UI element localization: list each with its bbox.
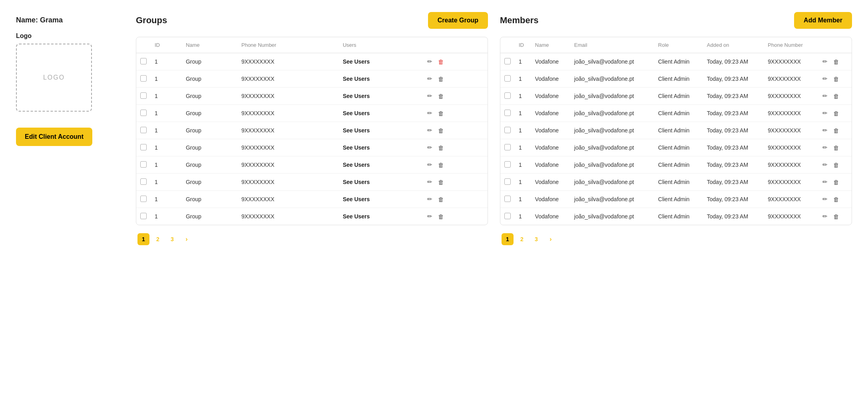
edit-member-button[interactable]: ✏ [821,143,829,152]
row-checkbox[interactable] [504,178,511,185]
see-users-button[interactable]: See Users [343,196,370,202]
edit-member-button[interactable]: ✏ [821,195,829,204]
edit-member-button[interactable]: ✏ [821,160,829,169]
row-checkbox[interactable] [140,196,147,202]
delete-member-button[interactable]: 🗑 [832,178,841,186]
row-users: See Users [339,88,422,105]
delete-row-button[interactable]: 🗑 [436,178,446,186]
delete-member-button[interactable]: 🗑 [832,212,841,221]
groups-page-1[interactable]: 1 [137,233,149,245]
members-page-next[interactable]: › [545,233,557,245]
edit-member-button[interactable]: ✏ [821,178,829,186]
edit-client-account-button[interactable]: Edit Client Account [16,128,92,146]
edit-row-button[interactable]: ✏ [426,178,434,186]
row-checkbox[interactable] [140,110,147,116]
delete-row-button[interactable]: 🗑 [436,212,446,221]
row-checkbox-cell [136,156,151,174]
page-layout: Name: Grama Logo LOGO Edit Client Accoun… [16,12,852,245]
delete-member-button[interactable]: 🗑 [832,144,841,152]
delete-row-button[interactable]: 🗑 [436,92,446,100]
delete-member-button[interactable]: 🗑 [832,195,841,204]
add-member-button[interactable]: Add Member [794,12,852,29]
row-checkbox[interactable] [504,110,511,116]
table-row: 1 Group 9XXXXXXXX See Users ✏ 🗑 [136,156,488,174]
see-users-button[interactable]: See Users [343,162,370,168]
members-table: ID Name Email Role Added on Phone Number… [500,37,852,225]
row-id: 1 [151,122,182,139]
edit-member-button[interactable]: ✏ [821,109,829,118]
edit-member-button[interactable]: ✏ [821,212,829,221]
groups-page-2[interactable]: 2 [152,233,164,245]
delete-row-button[interactable]: 🗑 [436,109,446,118]
see-users-button[interactable]: See Users [343,110,370,116]
see-users-button[interactable]: See Users [343,76,370,82]
row-checkbox[interactable] [504,75,511,82]
delete-member-button[interactable]: 🗑 [832,75,841,83]
actions-cell: ✏ 🗑 [426,57,484,66]
row-users: See Users [339,105,422,122]
row-name: Vodafone [531,191,570,208]
edit-member-button[interactable]: ✏ [821,92,829,100]
see-users-button[interactable]: See Users [343,179,370,185]
edit-member-button[interactable]: ✏ [821,57,829,66]
row-checkbox[interactable] [140,161,147,168]
edit-row-button[interactable]: ✏ [426,160,434,169]
edit-row-button[interactable]: ✏ [426,74,434,83]
members-page-2[interactable]: 2 [516,233,528,245]
row-checkbox[interactable] [140,213,147,219]
row-checkbox[interactable] [140,127,147,133]
see-users-button[interactable]: See Users [343,58,370,65]
delete-row-button[interactable]: 🗑 [436,144,446,152]
edit-row-button[interactable]: ✏ [426,212,434,221]
delete-row-button[interactable]: 🗑 [436,195,446,204]
edit-row-button[interactable]: ✏ [426,143,434,152]
delete-member-button[interactable]: 🗑 [832,126,841,135]
delete-row-button[interactable]: 🗑 [436,161,446,169]
edit-row-button[interactable]: ✏ [426,195,434,204]
edit-member-button[interactable]: ✏ [821,74,829,83]
groups-page-next[interactable]: › [181,233,193,245]
actions-cell: ✏ 🗑 [821,57,848,66]
row-checkbox[interactable] [140,75,147,82]
table-row: 1 Vodafone joão_silva@vodafone.pt Client… [500,88,852,105]
delete-member-button[interactable]: 🗑 [832,58,841,66]
row-phone: 9XXXXXXXX [237,208,339,225]
row-checkbox[interactable] [504,127,511,133]
row-checkbox[interactable] [140,144,147,150]
delete-row-button[interactable]: 🗑 [436,126,446,135]
see-users-button[interactable]: See Users [343,144,370,151]
delete-member-button[interactable]: 🗑 [832,109,841,118]
members-page-3[interactable]: 3 [530,233,542,245]
row-checkbox[interactable] [140,92,147,99]
delete-row-button[interactable]: 🗑 [436,58,446,66]
row-phone: 9XXXXXXXX [764,174,817,191]
groups-panel-header: Groups Create Group [136,12,488,29]
edit-member-button[interactable]: ✏ [821,126,829,135]
logo-box[interactable]: LOGO [16,44,92,112]
row-checkbox[interactable] [504,92,511,99]
create-group-button[interactable]: Create Group [428,12,488,29]
delete-member-button[interactable]: 🗑 [832,161,841,169]
edit-row-button[interactable]: ✏ [426,57,434,66]
delete-member-button[interactable]: 🗑 [832,92,841,100]
edit-row-button[interactable]: ✏ [426,109,434,118]
groups-page-3[interactable]: 3 [166,233,178,245]
row-checkbox[interactable] [504,144,511,150]
row-checkbox[interactable] [504,213,511,219]
delete-row-button[interactable]: 🗑 [436,75,446,83]
actions-cell: ✏ 🗑 [821,160,848,169]
row-checkbox[interactable] [504,58,511,64]
row-checkbox[interactable] [140,58,147,64]
see-users-button[interactable]: See Users [343,127,370,134]
see-users-button[interactable]: See Users [343,93,370,99]
row-checkbox[interactable] [140,178,147,185]
table-row: 1 Vodafone joão_silva@vodafone.pt Client… [500,139,852,156]
see-users-button[interactable]: See Users [343,213,370,220]
row-checkbox[interactable] [504,161,511,168]
edit-row-button[interactable]: ✏ [426,92,434,100]
row-checkbox-cell [500,105,515,122]
row-checkbox[interactable] [504,196,511,202]
members-page-1[interactable]: 1 [502,233,514,245]
actions-cell: ✏ 🗑 [426,178,484,186]
edit-row-button[interactable]: ✏ [426,126,434,135]
